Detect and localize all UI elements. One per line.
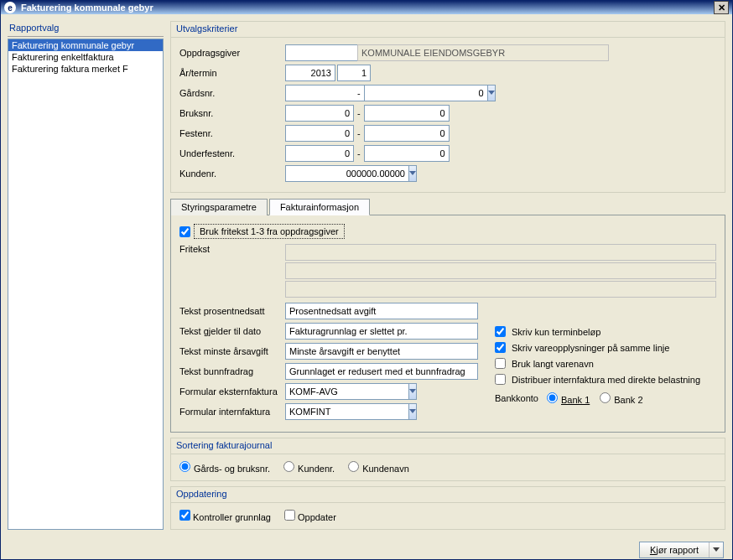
chevron-down-icon[interactable]	[409, 383, 417, 400]
titlebar: e Fakturering kommunale gebyr ✕	[1, 1, 732, 14]
langt-varenavn-checkbox[interactable]	[495, 358, 506, 369]
intern-input[interactable]	[285, 403, 409, 420]
langt-varenavn-label: Bruk langt varenavn	[512, 359, 594, 369]
chevron-down-icon[interactable]	[409, 165, 417, 182]
bruksnr-to-input[interactable]	[364, 105, 450, 122]
oppdater-label[interactable]: Oppdater	[284, 510, 336, 522]
app-window: e Fakturering kommunale gebyr ✕ Rapportv…	[0, 0, 733, 560]
oppdater-checkbox[interactable]	[284, 510, 295, 521]
sort-gards-label[interactable]: Gårds- og bruksnr.	[179, 461, 270, 474]
gardsnr-to-input[interactable]	[364, 85, 488, 101]
ekstern-combo[interactable]	[285, 383, 376, 400]
list-item-fakturering-kommunale[interactable]: Fakturering kommunale gebyr	[8, 39, 163, 51]
bunn-label: Tekst bunnfradrag	[179, 366, 285, 376]
tab-styringsparametre[interactable]: Styringsparametre	[170, 199, 268, 215]
fritekst3-input[interactable]	[285, 281, 716, 298]
gardsnr-label: Gårdsnr.	[179, 88, 285, 98]
bankkonto-label: Bankkonto	[495, 393, 547, 403]
chevron-down-icon[interactable]	[409, 403, 417, 420]
ekstern-input[interactable]	[285, 383, 409, 400]
bank2-radio-label[interactable]: Bank 2	[600, 392, 642, 405]
oppdater-text: Oppdater	[298, 512, 336, 522]
sort-kundenr-label[interactable]: Kundenr.	[283, 461, 335, 474]
run-report-text: jør rapport	[656, 545, 699, 555]
sortering-group: Sortering fakturajournal Gårds- og bruks…	[170, 438, 725, 481]
dash: -	[354, 128, 364, 138]
dash: -	[354, 148, 364, 158]
oppdragsgiver-label: Oppdragsgiver	[179, 48, 285, 58]
list-item-fakturering-merket[interactable]: Fakturering faktura merket F	[8, 63, 163, 75]
underfestenr-from-input[interactable]	[285, 145, 354, 162]
prosent-input[interactable]	[285, 303, 478, 319]
festenr-to-input[interactable]	[364, 125, 450, 142]
intern-combo[interactable]	[285, 403, 376, 420]
footer: Kjør rapport	[1, 537, 732, 560]
kundenr-input[interactable]	[285, 165, 409, 182]
aar-label: År/termin	[179, 68, 285, 78]
bunn-input[interactable]	[285, 363, 478, 380]
sort-kundenavn-radio[interactable]	[348, 461, 359, 472]
bank1-text: Bank 1	[561, 395, 590, 405]
sort-gards-radio[interactable]	[179, 461, 190, 472]
close-button[interactable]: ✕	[714, 1, 729, 14]
festenr-from-input[interactable]	[285, 125, 354, 142]
tab-fakturainformasjon[interactable]: Fakturainformasjon	[269, 199, 370, 215]
dash: -	[354, 88, 364, 98]
arsavgift-label: Tekst minste årsavgift	[179, 346, 285, 356]
kontroller-label[interactable]: Kontroller grunnlag	[179, 510, 271, 522]
tab-content: Bruk fritekst 1-3 fra oppdragsgiver Frit…	[170, 215, 725, 433]
sort-kundenavn-label[interactable]: Kundenavn	[348, 461, 409, 474]
oppdatering-group: Oppdatering Kontroller grunnlag Oppdater	[170, 486, 725, 530]
dash: -	[354, 108, 364, 118]
oppdragsgiver-combo[interactable]	[285, 44, 354, 61]
right-panel: Utvalgskriterier Oppdragsgiver År/termin	[170, 21, 725, 530]
sort-kundenavn-text: Kundenavn	[362, 464, 409, 474]
distribuer-label: Distribuer internfaktura med direkte bel…	[512, 375, 700, 385]
tab-section: Styringsparametre Fakturainformasjon Bru…	[170, 198, 725, 433]
skriv-termin-checkbox[interactable]	[495, 326, 506, 337]
kundenr-combo[interactable]	[285, 165, 371, 182]
bruksnr-label: Bruksnr.	[179, 108, 285, 118]
fritekst1-input[interactable]	[285, 244, 716, 261]
fritekst2-input[interactable]	[285, 262, 716, 279]
bank1-radio[interactable]	[547, 392, 558, 403]
oppdragsgiver-name	[357, 44, 609, 61]
arsavgift-input[interactable]	[285, 343, 478, 360]
rapportvalg-list[interactable]: Fakturering kommunale gebyr Fakturering …	[8, 39, 164, 530]
chevron-down-icon[interactable]	[488, 85, 496, 101]
prosent-label: Tekst prosentnedsatt	[179, 306, 285, 316]
bank2-radio[interactable]	[600, 392, 611, 403]
list-item-fakturering-enkelt[interactable]: Fakturering enkeltfaktura	[8, 51, 163, 63]
chevron-down-icon[interactable]	[710, 547, 723, 552]
sort-kundenr-text: Kundenr.	[298, 464, 335, 474]
gardsnr-to-combo[interactable]	[364, 85, 450, 101]
gardsnr-from-combo[interactable]	[285, 85, 354, 101]
window-title: Fakturering kommunale gebyr	[21, 3, 153, 13]
aar-input[interactable]	[285, 65, 335, 81]
sort-gards-text: Gårds- og bruksnr.	[194, 464, 270, 474]
fritekst-label: Fritekst	[179, 244, 285, 254]
underfestenr-to-input[interactable]	[364, 145, 450, 162]
tildato-input[interactable]	[285, 323, 478, 340]
use-fritekst-label: Bruk fritekst 1-3 fra oppdragsgiver	[194, 224, 345, 239]
rapportvalg-title: Rapportvalg	[8, 21, 164, 37]
termin-input[interactable]	[337, 65, 371, 81]
criteria-title: Utvalgskriterier	[171, 22, 725, 38]
skriv-vare-checkbox[interactable]	[495, 342, 506, 353]
run-report-button[interactable]: Kjør rapport	[639, 542, 724, 558]
kontroller-checkbox[interactable]	[179, 510, 190, 521]
sort-kundenr-radio[interactable]	[283, 461, 294, 472]
skriv-termin-label: Skriv kun terminbeløp	[512, 327, 600, 337]
left-panel: Rapportvalg Fakturering kommunale gebyr …	[8, 21, 164, 530]
criteria-group: Utvalgskriterier Oppdragsgiver År/termin	[170, 21, 725, 193]
bruksnr-from-input[interactable]	[285, 105, 354, 122]
kundenr-label: Kundenr.	[179, 169, 285, 179]
festenr-label: Festenr.	[179, 128, 285, 138]
sortering-title: Sortering fakturajournal	[171, 438, 725, 454]
bank1-radio-label[interactable]: Bank 1	[547, 392, 590, 405]
kontroller-text: Kontroller grunnlag	[193, 512, 271, 522]
use-fritekst-checkbox[interactable]	[179, 226, 190, 237]
skriv-vare-label: Skriv vareopplysninger på samme linje	[512, 343, 669, 353]
distribuer-checkbox[interactable]	[495, 374, 506, 385]
intern-label: Formular internfaktura	[179, 407, 285, 417]
